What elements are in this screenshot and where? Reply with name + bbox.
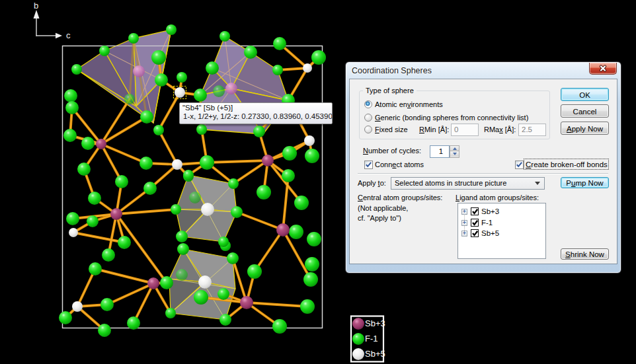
svg-text:Sb+3: Sb+3 [365, 318, 385, 328]
svg-text:Sb+5: Sb+5 [365, 349, 385, 359]
svg-text:F-1: F-1 [365, 334, 378, 344]
svg-text:c: c [66, 30, 71, 40]
svg-text:b: b [34, 1, 38, 11]
